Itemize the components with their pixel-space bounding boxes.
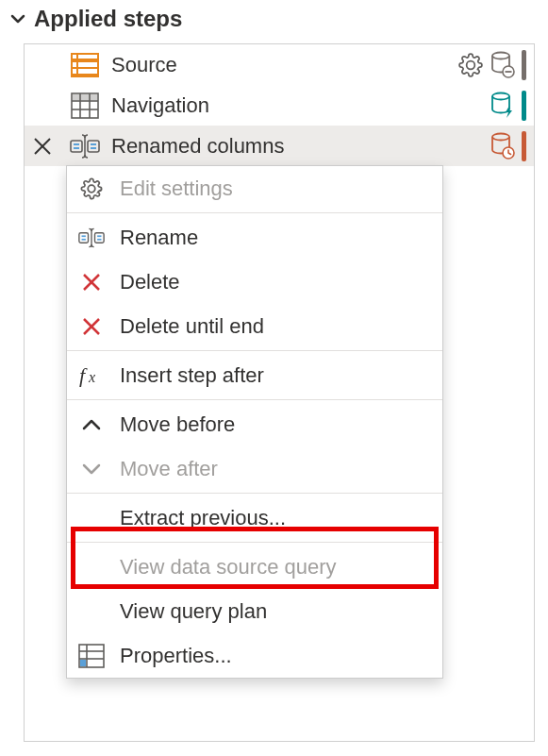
menu-label: View query plan bbox=[120, 599, 267, 624]
gear-icon bbox=[78, 176, 105, 202]
svg-rect-7 bbox=[78, 69, 97, 74]
menu-view-query-plan[interactable]: View query plan bbox=[67, 589, 442, 633]
chevron-down-icon bbox=[78, 456, 105, 482]
menu-edit-settings: Edit settings bbox=[67, 166, 442, 210]
menu-label: Move after bbox=[120, 457, 218, 481]
menu-delete-until-end[interactable]: Delete until end bbox=[67, 304, 442, 348]
step-label: Renamed columns bbox=[111, 134, 490, 159]
rename-icon bbox=[78, 225, 105, 251]
menu-move-after: Move after bbox=[67, 446, 442, 491]
menu-separator bbox=[67, 542, 442, 543]
step-actions bbox=[457, 50, 526, 80]
database-power-icon[interactable] bbox=[490, 92, 516, 119]
svg-rect-16 bbox=[73, 94, 97, 100]
svg-rect-31 bbox=[79, 232, 89, 243]
step-indicator bbox=[522, 131, 526, 161]
step-label: Source bbox=[111, 53, 457, 77]
blank-icon bbox=[78, 598, 105, 625]
menu-properties[interactable]: Properties... bbox=[67, 633, 442, 678]
menu-separator bbox=[67, 212, 442, 213]
menu-label: Delete bbox=[120, 270, 180, 294]
menu-separator bbox=[67, 493, 442, 494]
menu-label: Delete until end bbox=[120, 314, 264, 339]
chevron-down-icon bbox=[9, 10, 26, 27]
fx-icon: f x bbox=[78, 362, 105, 389]
step-indicator bbox=[522, 91, 526, 121]
chevron-up-icon bbox=[78, 412, 105, 438]
svg-point-29 bbox=[492, 133, 509, 140]
svg-rect-4 bbox=[73, 62, 76, 67]
database-clock-icon[interactable] bbox=[490, 133, 516, 160]
svg-point-8 bbox=[492, 52, 509, 59]
svg-rect-48 bbox=[80, 660, 86, 666]
gear-icon[interactable] bbox=[457, 52, 484, 78]
svg-rect-34 bbox=[95, 232, 105, 243]
svg-rect-6 bbox=[73, 69, 76, 74]
menu-label: Edit settings bbox=[120, 176, 233, 201]
blank-icon bbox=[78, 505, 105, 531]
svg-rect-5 bbox=[78, 62, 97, 67]
delete-icon bbox=[78, 269, 105, 295]
step-label: Navigation bbox=[111, 93, 490, 118]
table-icon bbox=[70, 91, 100, 121]
step-row-source[interactable]: Source bbox=[25, 44, 534, 85]
svg-point-19 bbox=[492, 92, 509, 99]
menu-extract-previous[interactable]: Extract previous... bbox=[67, 496, 442, 540]
menu-label: Insert step after bbox=[120, 363, 264, 388]
svg-text:f: f bbox=[79, 364, 88, 387]
menu-separator bbox=[67, 350, 442, 351]
step-actions bbox=[490, 91, 526, 121]
step-row-navigation[interactable]: Navigation bbox=[25, 85, 534, 126]
panel-title: Applied steps bbox=[34, 6, 182, 32]
menu-move-before[interactable]: Move before bbox=[67, 402, 442, 446]
menu-label: Extract previous... bbox=[120, 506, 286, 530]
menu-label: Move before bbox=[120, 412, 235, 437]
svg-text:x: x bbox=[88, 369, 95, 385]
close-icon[interactable] bbox=[32, 136, 53, 157]
step-row-renamed-columns[interactable]: Renamed columns bbox=[25, 126, 534, 166]
menu-label: View data source query bbox=[120, 555, 337, 580]
context-menu: Edit settings Rename Delete bbox=[66, 165, 443, 679]
database-minus-icon[interactable] bbox=[490, 52, 516, 78]
blank-icon bbox=[78, 554, 105, 580]
step-indicator bbox=[522, 50, 526, 80]
menu-insert-step-after[interactable]: f x Insert step after bbox=[67, 353, 442, 397]
menu-view-data-source-query: View data source query bbox=[67, 545, 442, 589]
svg-rect-3 bbox=[78, 55, 97, 59]
svg-rect-22 bbox=[71, 141, 82, 152]
menu-separator bbox=[67, 399, 442, 400]
rename-columns-icon bbox=[70, 131, 100, 161]
menu-label: Properties... bbox=[120, 644, 232, 668]
menu-delete[interactable]: Delete bbox=[67, 260, 442, 304]
svg-rect-25 bbox=[88, 141, 99, 152]
menu-label: Rename bbox=[120, 226, 198, 250]
source-icon bbox=[70, 50, 100, 80]
menu-rename[interactable]: Rename bbox=[67, 215, 442, 260]
properties-icon bbox=[78, 643, 105, 669]
step-actions bbox=[490, 131, 526, 161]
delete-icon bbox=[78, 313, 105, 340]
applied-steps-header[interactable]: Applied steps bbox=[0, 0, 548, 43]
svg-rect-2 bbox=[73, 55, 76, 59]
